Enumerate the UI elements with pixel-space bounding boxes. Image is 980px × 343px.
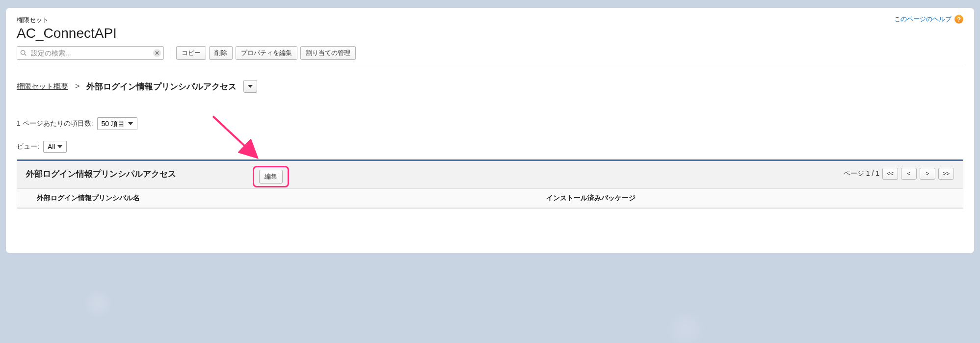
toolbar-buttons: コピー 削除 プロパティを編集 割り当ての管理 bbox=[176, 46, 356, 60]
column-installed-package[interactable]: インストール済みパッケージ bbox=[537, 189, 963, 208]
view-select[interactable]: All bbox=[43, 141, 67, 153]
page-title: AC_ConnectAPI bbox=[17, 26, 963, 41]
page-indicator: ページ 1 / 1 bbox=[844, 169, 879, 178]
data-table: 外部ログイン情報プリンシパル名 インストール済みパッケージ bbox=[17, 188, 963, 208]
delete-button[interactable]: 削除 bbox=[209, 46, 233, 60]
pager: ページ 1 / 1 << < > >> bbox=[844, 168, 954, 180]
copy-button[interactable]: コピー bbox=[176, 46, 206, 60]
page-content: このページのヘルプ ? 権限セット AC_ConnectAPI コピー 削除 プ… bbox=[6, 8, 974, 253]
pager-last-button[interactable]: >> bbox=[938, 168, 954, 180]
pager-first-button[interactable]: << bbox=[882, 168, 898, 180]
page-help-link[interactable]: このページのヘルプ ? bbox=[894, 15, 963, 24]
search-input[interactable] bbox=[17, 46, 164, 60]
toolbar-divider bbox=[170, 48, 170, 58]
items-per-page-select[interactable]: 50 項目 bbox=[97, 117, 137, 130]
items-per-page-label: 1 ページあたりの項目数: bbox=[17, 119, 93, 128]
chevron-down-icon bbox=[248, 84, 253, 89]
panel-title: 外部ログイン情報プリンシパルアクセス bbox=[26, 168, 176, 180]
pager-next-button[interactable]: > bbox=[920, 168, 935, 180]
breadcrumb-root-link[interactable]: 権限セット概要 bbox=[17, 82, 68, 91]
data-panel: 外部ログイン情報プリンシパルアクセス 編集 ページ 1 / 1 << < > >… bbox=[17, 159, 963, 209]
help-icon: ? bbox=[954, 15, 963, 24]
pager-prev-button[interactable]: < bbox=[901, 168, 917, 180]
search-wrap bbox=[17, 46, 164, 60]
items-per-page-row: 1 ページあたりの項目数: 50 項目 bbox=[17, 117, 963, 130]
breadcrumb-dropdown-button[interactable] bbox=[243, 80, 257, 93]
view-row: ビュー: All bbox=[17, 141, 963, 153]
object-type-label: 権限セット bbox=[17, 16, 963, 25]
manage-assignments-button[interactable]: 割り当ての管理 bbox=[300, 46, 356, 60]
search-icon bbox=[20, 50, 27, 56]
table-header-row: 外部ログイン情報プリンシパル名 インストール済みパッケージ bbox=[17, 189, 963, 208]
view-label: ビュー: bbox=[17, 142, 39, 151]
edit-properties-button[interactable]: プロパティを編集 bbox=[236, 46, 297, 60]
edit-button-highlight: 編集 bbox=[253, 166, 289, 187]
panel-header: 外部ログイン情報プリンシパルアクセス 編集 ページ 1 / 1 << < > >… bbox=[17, 161, 963, 186]
breadcrumb-separator: > bbox=[75, 82, 79, 91]
clear-search-icon[interactable] bbox=[153, 49, 161, 57]
breadcrumb: 権限セット概要 > 外部ログイン情報プリンシパルアクセス bbox=[17, 80, 963, 93]
column-principal-name[interactable]: 外部ログイン情報プリンシパル名 bbox=[17, 189, 537, 208]
help-link-text: このページのヘルプ bbox=[894, 15, 952, 24]
toolbar: コピー 削除 プロパティを編集 割り当ての管理 bbox=[17, 46, 963, 65]
breadcrumb-current: 外部ログイン情報プリンシパルアクセス bbox=[86, 81, 237, 92]
edit-button[interactable]: 編集 bbox=[259, 170, 283, 184]
